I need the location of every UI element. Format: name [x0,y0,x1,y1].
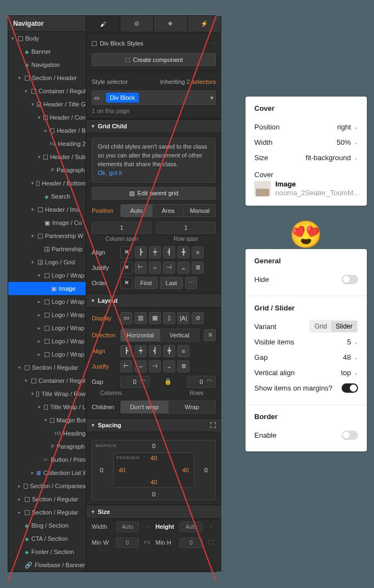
tree-item[interactable]: ▸Logo / Wrap [8,348,86,361]
create-component-button[interactable]: ⬚ Create component [92,53,216,66]
tab-interactions[interactable]: ⚡ [188,16,222,32]
tab-style[interactable]: 🖌 [86,16,120,32]
tree-item[interactable]: ▾Container / Regul [8,374,86,387]
tree-item[interactable]: PParagraph [8,440,86,453]
row-span-input[interactable]: 1 [156,222,216,234]
tab-settings[interactable]: ⚙ [120,16,154,32]
ok-got-it-link[interactable]: Ok, got it [98,169,122,176]
tree-item[interactable]: ☞Button / Prim [8,453,86,466]
tree-item[interactable]: ▸Section / Companies [8,479,86,493]
lock-icon[interactable]: 🔒 [154,376,183,388]
wrap-segment[interactable]: Don't wrap Wrap [120,400,216,414]
direction-reverse-icon[interactable]: ⤭ [204,329,216,341]
layout-justify-icons[interactable]: ⊢⫟⊣⫠≣ [120,360,189,372]
cover-asset-row[interactable]: Image nooma_2Seater_ToomMod... [254,180,358,197]
position-auto[interactable]: Auto [121,205,153,217]
tree-item[interactable]: ▾Body [8,32,86,45]
order-reset-icon[interactable]: ✕ [120,277,132,289]
tree-item[interactable]: ◈Search [8,190,86,203]
tree-item[interactable]: PParagraph [8,163,86,177]
tree-item[interactable]: ▸≣Collection List W [8,466,86,479]
justify-reset-icon[interactable]: ✕ [120,262,132,274]
tree-item[interactable]: ▸Section / Regular [8,506,86,519]
order-last[interactable]: Last [160,277,183,289]
tree-item[interactable]: ▸Logo / Wrap [8,321,86,335]
visible-items-row[interactable]: Visible items 5⌄ [254,334,358,349]
position-area[interactable]: Area [153,205,185,217]
display-inline-icon[interactable]: |A| [177,312,189,324]
tree-item[interactable]: ◈CTA / Section [8,532,86,545]
variant-segment[interactable]: Grid Slider [309,320,358,333]
navigator-tree[interactable]: ▾Body◈Banner◈Navigation▾Section / Header… [8,32,86,572]
grid-justify-icons[interactable]: ✕⊢⫟⊣⫠≣ [120,262,204,274]
tree-item[interactable]: ▾Header / Con [8,111,86,124]
height-input[interactable]: Auto [180,522,203,532]
class-selector[interactable]: ▭ Div Block ▾ [92,91,216,105]
style-tabs[interactable]: 🖌 ⚙ ❖ ⚡ [86,16,221,32]
hide-toggle[interactable] [342,275,358,284]
order-more-icon[interactable]: ⋯ [185,277,197,289]
display-flex-icon[interactable]: ▥ [135,312,147,324]
grid-align-icons[interactable]: ✕┣┿┫╋≡ [120,246,204,258]
tree-item[interactable]: ▾Title Wrap / L [8,400,86,414]
display-block-icon[interactable]: ▭ [120,312,132,324]
tree-item[interactable]: ▾Header / Ima [8,203,86,216]
edit-parent-grid-button[interactable]: ▧Edit parent grid [92,187,216,200]
show-margins-toggle[interactable] [342,383,358,393]
class-chip[interactable]: Div Block [106,93,139,103]
tree-item[interactable]: ◈Blog / Section [8,519,86,532]
display-grid-icon[interactable]: ▦ [149,312,161,324]
minw-input[interactable]: 0 [116,538,139,548]
tree-item[interactable]: ▾Section / Header [8,71,86,84]
tree-item[interactable]: ▸Logo / Wrap [8,308,86,321]
grid-order-options[interactable]: ✕ First Last ⋯ [120,277,197,289]
tree-item[interactable]: ◈Banner [8,45,86,58]
width-input[interactable]: Auto [116,522,139,532]
tree-item[interactable]: ▾Margin Bot [8,414,86,427]
tree-item[interactable]: H3Heading [8,427,86,440]
enable-border-toggle[interactable] [342,431,358,440]
tree-item[interactable]: ▾Title Wrap / Row [8,387,86,400]
valign-row[interactable]: Vertical align top⌄ [254,365,358,380]
cover-position-row[interactable]: Position right⌄ [254,119,358,134]
col-span-input[interactable]: 1 [92,222,152,234]
tree-item[interactable]: ▾Header / Bottom [8,177,86,190]
tree-item[interactable]: Partnership [8,242,86,256]
tree-item[interactable]: ▾Header / Sub [8,150,86,163]
tree-item[interactable]: ▸Section / Regular [8,493,86,506]
tree-item[interactable]: ◈Footer / Section [8,545,86,558]
minh-input[interactable]: 0 [180,538,203,548]
section-grid-child[interactable]: ▾Grid Child [86,119,221,133]
tree-item[interactable]: ▾Section / Regular [8,361,86,374]
tree-item[interactable]: ▾Logo / Wrap [8,269,86,282]
display-icons[interactable]: ▭▥▦▯|A|⊘ [120,312,204,324]
tree-item[interactable]: ▣Image / Co [8,216,86,229]
breakpoint-icon[interactable]: ▭ [94,93,103,102]
direction-segment[interactable]: Horizontal Vertical [120,329,199,342]
position-manual[interactable]: Manual [184,205,215,217]
section-spacing[interactable]: ▾Spacing ⛶ [86,418,221,432]
display-none-icon[interactable]: ⊘ [192,312,204,324]
section-layout[interactable]: ▾Layout [86,293,221,308]
order-first[interactable]: First [135,277,158,289]
tab-effects[interactable]: ❖ [154,16,188,32]
tree-item[interactable]: ▸Logo / Wrap [8,295,86,308]
tree-item[interactable]: ▾Partnership W [8,229,86,242]
spacing-diagram[interactable]: MARGIN PADDING 0 0 0 0 40 40 40 40 [92,440,216,500]
cover-width-row[interactable]: Width 50%⌄ [254,134,358,150]
more-icon[interactable]: ⋯ [210,40,216,47]
tree-item[interactable]: ◈Navigation [8,58,86,71]
tree-item[interactable]: ▸Header / B [8,124,86,137]
cover-size-row[interactable]: Size fit-background⌄ [254,150,358,165]
tree-item[interactable]: ▾Logo / Grid [8,256,86,269]
chevron-down-icon[interactable]: ▾ [210,94,214,101]
gap-row[interactable]: Gap 48⌄ [254,349,358,365]
tree-item[interactable]: ▣Image [8,282,86,295]
section-size[interactable]: ▾Size [86,505,221,519]
align-reset-icon[interactable]: ✕ [120,246,132,258]
display-inlineblock-icon[interactable]: ▯ [163,312,175,324]
expand-icon[interactable]: ⛶ [210,422,216,428]
tree-item[interactable]: ▾Header / Title G [8,98,86,111]
tree-item[interactable]: 🔗Flowbase / Banner [8,558,86,572]
layout-align-icons[interactable]: ┣┿┫╋≡ [120,345,189,357]
